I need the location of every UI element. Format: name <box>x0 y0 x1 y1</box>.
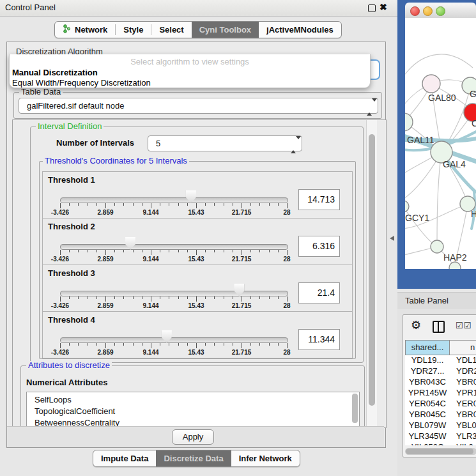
number-of-intervals-label: Number of Intervals <box>56 138 134 148</box>
settings-scroll-area: Interval Definition Number of Intervals … <box>12 119 387 428</box>
tab-impute-data[interactable]: Impute Data <box>93 450 156 466</box>
tab-style[interactable]: Style <box>116 22 151 38</box>
close-traffic-light-icon[interactable] <box>410 6 420 16</box>
table-panel-titlebar: Table Panel <box>397 292 476 310</box>
node-hap2 <box>431 240 443 253</box>
table-header-row: shared... n <box>405 340 476 355</box>
interval-definition-group: Interval Definition Number of Intervals … <box>30 127 364 363</box>
slider-ticks <box>60 296 287 302</box>
threshold-4-slider-track[interactable] <box>60 337 288 343</box>
threshold-1-slider-track[interactable] <box>60 197 288 203</box>
label-gal4: GAL4 <box>443 159 466 169</box>
network-window-titlebar[interactable] <box>405 3 476 19</box>
table-rows[interactable]: YDL19...YDL1YDR27...YDR2YBR043CYBR0YPR14… <box>405 355 476 445</box>
zoom-traffic-light-icon[interactable] <box>436 6 445 16</box>
node-gal80 <box>422 75 440 93</box>
spinner-arrows-icon <box>291 139 296 151</box>
threshold-4-panel: Threshold 4 -3.4262.8599.14415.4321.7152… <box>42 311 353 358</box>
float-window-icon[interactable] <box>368 4 376 12</box>
slider-tick-labels: -3.4262.8599.14415.4321.71528 <box>60 349 287 357</box>
close-icon[interactable]: ✖ <box>380 2 387 12</box>
dropdown-option-manual[interactable]: Manual Discretization <box>12 68 370 77</box>
tab-jactivemnodules[interactable]: jActiveMNodules <box>259 22 341 38</box>
control-panel-titlebar: Control Panel ✖ <box>0 0 397 17</box>
table-row[interactable]: YBR043CYBR0 <box>405 377 476 388</box>
tab-infer-network[interactable]: Infer Network <box>231 450 300 466</box>
tab-discretize-data[interactable]: Discretize Data <box>156 450 231 466</box>
threshold-2-slider-track[interactable] <box>60 244 288 250</box>
tab-cyni-toolbox[interactable]: Cyni Toolbox <box>192 22 259 38</box>
slider-tick-labels: -3.4262.8599.14415.4321.71528 <box>60 302 287 310</box>
threshold-1-value-field[interactable]: 14.713 <box>298 189 340 210</box>
column-header-name[interactable]: n <box>450 340 476 355</box>
threshold-2-label: Threshold 2 <box>48 222 95 231</box>
threshold-4-value-field[interactable]: 11.344 <box>298 329 340 350</box>
horizontal-scrollbar-track[interactable] <box>405 448 476 455</box>
screenshot-stage: Control Panel ✖ Network Style Select Cyn… <box>0 0 476 476</box>
table-row[interactable]: YLR345WYLR3 <box>405 431 476 442</box>
threshold-2-value-field[interactable]: 6.316 <box>298 236 340 257</box>
slider-tick-labels: -3.4262.8599.14415.4321.71528 <box>60 209 287 217</box>
list-scrollbar-thumb[interactable] <box>352 394 358 423</box>
tab-network[interactable]: Network <box>55 22 115 38</box>
cyni-toolbox-panel: Discretization Algorithm Select algorith… <box>6 42 386 448</box>
algorithm-dropdown-popup: Select algorithm to view settings Manual… <box>9 54 371 88</box>
network-graph: GAL80 G. C GAL11 GAL4 GCY1 H HAP2 <box>405 18 476 269</box>
table-row[interactable]: YPR145WYPR1 <box>405 388 476 399</box>
node-gal11 <box>405 113 413 131</box>
slider-ticks <box>60 203 287 209</box>
gear-icon[interactable]: ⚙ <box>411 318 421 332</box>
interval-definition-title: Interval Definition <box>36 122 104 131</box>
label-gal11: GAL11 <box>407 135 434 145</box>
table-row[interactable]: YDR27...YDR2 <box>405 366 476 377</box>
number-of-intervals-value: 5 <box>156 139 160 148</box>
threshold-4-label: Threshold 4 <box>48 315 95 325</box>
table-data-group-title: Table Data <box>19 88 63 96</box>
mouse-cursor <box>390 236 394 241</box>
network-canvas[interactable]: GAL80 G. C GAL11 GAL4 GCY1 H HAP2 <box>405 18 476 269</box>
attribute-list-item[interactable]: SelfLoops <box>27 392 359 406</box>
apply-strip: Apply <box>7 426 384 447</box>
panel-scrollbar-thumb[interactable] <box>369 134 375 406</box>
tab-select[interactable]: Select <box>151 22 191 38</box>
attribute-list-item[interactable]: TopologicalCoefficient <box>27 406 359 417</box>
slider-ticks <box>60 250 287 256</box>
threshold-3-slider-track[interactable] <box>60 291 288 296</box>
table-row[interactable]: YIL052CYIL0 <box>405 442 476 445</box>
threshold-3-label: Threshold 3 <box>48 268 95 278</box>
columns-icon[interactable] <box>433 321 445 333</box>
threshold-3-value-field[interactable]: 21.4 <box>298 282 340 303</box>
node-bottom <box>449 262 461 269</box>
numerical-attributes-label: Numerical Attributes <box>26 378 107 387</box>
number-of-intervals-combobox[interactable]: 5 <box>148 135 302 151</box>
column-header-shared-name[interactable]: shared... <box>405 340 450 355</box>
top-tab-strip: Network Style Select Cyni Toolbox jActiv… <box>54 21 342 38</box>
tab-network-label: Network <box>75 25 107 35</box>
dropdown-placeholder: Select algorithm to view settings <box>10 57 370 66</box>
attributes-group-title: Attributes to discretize <box>26 361 112 370</box>
numerical-attributes-list[interactable]: SelfLoopsTopologicalCoefficientBetweenne… <box>26 392 360 428</box>
table-row[interactable]: YBR045CYBR0 <box>405 410 476 420</box>
table-data-combobox[interactable]: galFiltered.sif default node <box>19 98 378 114</box>
panel-scrollbar-track[interactable] <box>366 120 377 426</box>
threshold-3-panel: Threshold 3 -3.4262.8599.14415.4321.7152… <box>42 265 353 312</box>
horizontal-scrollbar-thumb[interactable] <box>406 449 473 454</box>
network-graph-icon <box>63 24 71 35</box>
dropdown-option-equal-width[interactable]: Equal Width/Frequency Discretization <box>12 78 370 88</box>
threshold-2-panel: Threshold 2 -3.4262.8599.14415.4321.7152… <box>42 218 353 265</box>
table-data-group: Table Data galFiltered.sif default node <box>13 92 382 119</box>
table-row[interactable]: YER054CYER0 <box>405 399 476 410</box>
minimize-traffic-light-icon[interactable] <box>423 6 433 16</box>
slider-ticks <box>60 343 287 349</box>
label-gcy1: GCY1 <box>405 213 429 223</box>
label-h-partial: H <box>471 209 476 219</box>
table-row[interactable]: YDL19...YDL1 <box>405 355 476 366</box>
table-row[interactable]: YBL079WYBL0 <box>405 420 476 431</box>
table-panel: ⚙ ☑☑ shared... n YDL19...YDL1YDR27...YDR… <box>403 314 476 457</box>
threshold-1-label: Threshold 1 <box>48 175 95 185</box>
label-hap2: HAP2 <box>443 252 467 263</box>
table-data-value: galFiltered.sif default node <box>27 101 124 111</box>
apply-button[interactable]: Apply <box>172 429 214 445</box>
select-checkboxes-icon[interactable]: ☑☑ <box>456 321 472 330</box>
thresholds-group-title: Threshold's Coordinates for 5 Intervals <box>43 157 189 165</box>
